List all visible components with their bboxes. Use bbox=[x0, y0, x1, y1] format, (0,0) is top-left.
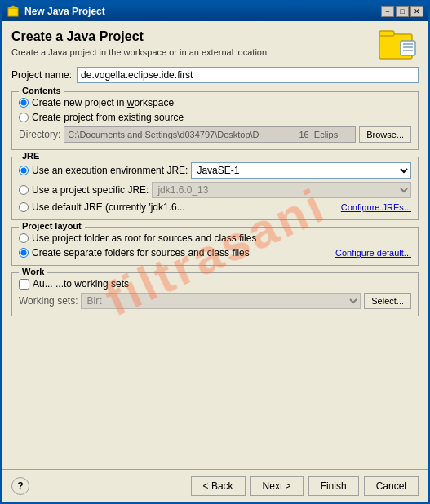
contents-section: Contents Create new project in workspace… bbox=[11, 91, 419, 150]
nav-buttons: < Back Next > Finish Cancel bbox=[191, 476, 419, 496]
help-button[interactable]: ? bbox=[11, 477, 29, 495]
directory-label: Directory: bbox=[19, 129, 60, 140]
dialog-content: Create a Java Project Create a Java proj… bbox=[2, 21, 428, 469]
minimize-button[interactable]: − bbox=[381, 6, 394, 17]
jre-legend: JRE bbox=[19, 151, 42, 161]
configure-jres-link[interactable]: Configure JREs... bbox=[341, 202, 411, 212]
layout-section: Project layout Use project folder as roo… bbox=[11, 227, 419, 266]
jre-specific-row: Use a project specific JRE: jdk1.6.0_13 bbox=[19, 182, 411, 198]
working-sets-checkbox-row: Au... ...to working sets bbox=[19, 278, 411, 290]
select-button[interactable]: Select... bbox=[364, 293, 411, 309]
radio-jre-specific[interactable] bbox=[19, 185, 29, 195]
project-name-input[interactable] bbox=[77, 67, 419, 83]
directory-row: Directory: Browse... bbox=[19, 126, 411, 143]
directory-input[interactable] bbox=[64, 126, 356, 143]
radio-layout-folder[interactable] bbox=[19, 233, 29, 243]
main-window: New Java Project − □ ✕ Create a Java Pro… bbox=[0, 0, 430, 504]
svg-rect-0 bbox=[8, 8, 18, 16]
window-title: New Java Project bbox=[24, 6, 105, 17]
working-sets-legend: Work bbox=[19, 267, 47, 276]
working-sets-select-row: Working sets: Birt Select... bbox=[19, 293, 411, 309]
cancel-button[interactable]: Cancel bbox=[364, 476, 419, 496]
radio-existing-source[interactable] bbox=[19, 113, 29, 122]
jre-specific-select: jdk1.6.0_13 bbox=[152, 182, 411, 198]
radio-new-project-row: Create new project in workspace bbox=[19, 97, 411, 108]
working-sets-label: Working sets: bbox=[19, 295, 78, 307]
radio-jre-default[interactable] bbox=[19, 202, 29, 212]
working-sets-checkbox-label[interactable]: Au... ...to working sets bbox=[33, 278, 129, 290]
header-icon bbox=[378, 26, 419, 66]
page-title: Create a Java Project bbox=[11, 29, 269, 44]
title-bar: New Java Project − □ ✕ bbox=[2, 2, 428, 21]
working-sets-checkbox[interactable] bbox=[19, 279, 29, 290]
radio-jre-specific-label[interactable]: Use a project specific JRE: bbox=[32, 184, 149, 196]
working-sets-select: Birt bbox=[81, 293, 361, 309]
maximize-button[interactable]: □ bbox=[396, 6, 409, 17]
jre-env-row: Use an execution environment JRE: JavaSE… bbox=[19, 162, 411, 179]
radio-jre-env[interactable] bbox=[19, 166, 29, 175]
radio-jre-env-label[interactable]: Use an execution environment JRE: bbox=[32, 165, 188, 176]
layout-legend: Project layout bbox=[19, 221, 85, 231]
radio-jre-default-label[interactable]: Use default JRE (currently 'jdk1.6... bbox=[32, 201, 185, 213]
svg-rect-4 bbox=[401, 41, 415, 55]
bottom-bar: ? < Back Next > Finish Cancel bbox=[2, 469, 428, 502]
svg-marker-1 bbox=[8, 6, 18, 8]
svg-rect-3 bbox=[379, 31, 394, 36]
page-subtitle: Create a Java project in the workspace o… bbox=[11, 47, 269, 57]
project-folder-icon bbox=[378, 26, 419, 64]
radio-layout-separate-label[interactable]: Create separate folders for sources and … bbox=[32, 247, 250, 259]
configure-default-link[interactable]: Configure default... bbox=[335, 248, 411, 258]
layout-folder-row: Use project folder as root for sources a… bbox=[19, 232, 411, 244]
radio-new-project-label[interactable]: Create new project in workspace bbox=[32, 97, 174, 108]
jre-env-select[interactable]: JavaSE-1 bbox=[191, 162, 411, 179]
radio-existing-source-label[interactable]: Create project from existing source bbox=[32, 112, 184, 123]
radio-layout-separate[interactable] bbox=[19, 248, 29, 258]
contents-legend: Contents bbox=[19, 86, 64, 95]
close-button[interactable]: ✕ bbox=[410, 6, 423, 17]
layout-separate-row: Create separate folders for sources and … bbox=[19, 247, 411, 259]
jre-default-row: Use default JRE (currently 'jdk1.6... Co… bbox=[19, 201, 411, 213]
working-sets-section: Work Au... ...to working sets Working se… bbox=[11, 272, 419, 316]
back-button[interactable]: < Back bbox=[191, 476, 246, 496]
project-name-label: Project name: bbox=[11, 69, 72, 81]
browse-button[interactable]: Browse... bbox=[359, 126, 411, 143]
next-button[interactable]: Next > bbox=[250, 476, 304, 496]
radio-layout-folder-label[interactable]: Use project folder as root for sources a… bbox=[32, 232, 256, 244]
radio-new-project[interactable] bbox=[19, 98, 29, 108]
radio-existing-source-row: Create project from existing source bbox=[19, 112, 411, 123]
window-controls: − □ ✕ bbox=[381, 6, 423, 17]
jre-section: JRE Use an execution environment JRE: Ja… bbox=[11, 157, 419, 220]
project-name-row: Project name: bbox=[11, 67, 419, 83]
window-icon bbox=[7, 5, 20, 18]
finish-button[interactable]: Finish bbox=[308, 476, 359, 496]
header-area: Create a Java Project Create a Java proj… bbox=[11, 29, 419, 67]
